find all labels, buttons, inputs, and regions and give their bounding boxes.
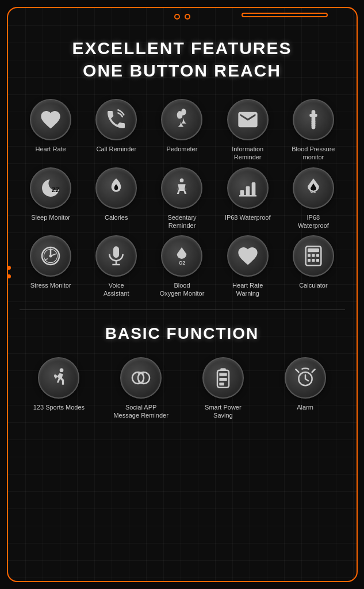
icon-call-reminder bbox=[95, 99, 137, 140]
feature-sports-modes: 123 Sports Modes bbox=[20, 357, 99, 420]
feature-call-reminder: Call Reminder bbox=[85, 99, 148, 162]
side-dot-top bbox=[7, 266, 11, 270]
side-dot-bottom bbox=[7, 274, 11, 278]
feature-calories: Calories bbox=[85, 167, 148, 230]
svg-text:O2: O2 bbox=[179, 260, 185, 266]
label-sleep-monitor: Sleep Monitor bbox=[31, 213, 70, 221]
feature-heart-rate-warning: Heart RateWarning bbox=[216, 235, 279, 298]
icon-calculator bbox=[293, 235, 334, 277]
label-ip68: IP68Waterproof bbox=[298, 213, 329, 230]
section-title-basic: BASIC FUNCTION bbox=[20, 324, 345, 343]
icon-sports-modes bbox=[38, 357, 79, 399]
svg-point-26 bbox=[60, 368, 64, 372]
svg-rect-19 bbox=[308, 248, 319, 253]
label-blood-oxygen: BloodOxygen Monitor bbox=[160, 281, 205, 298]
top-dot-right bbox=[185, 14, 190, 20]
label-pedometer: Pedometer bbox=[167, 145, 198, 153]
icon-ip68: O2 bbox=[293, 167, 334, 209]
feature-blood-pressure: Blood Pressuremonitor bbox=[282, 99, 344, 162]
label-call-reminder: Call Reminder bbox=[96, 145, 136, 153]
label-heart-rate-warning: Heart RateWarning bbox=[232, 281, 263, 298]
feature-pedometer: Pedometer bbox=[151, 99, 213, 162]
feature-info-reminder: InformationReminder bbox=[216, 99, 279, 162]
icon-sleep-monitor: ZZ bbox=[30, 167, 71, 209]
label-sedentary: SedentaryReminder bbox=[167, 213, 196, 230]
icon-stress-monitor bbox=[30, 235, 71, 277]
icon-alarm bbox=[285, 357, 326, 399]
svg-rect-8 bbox=[246, 186, 250, 196]
svg-rect-20 bbox=[308, 254, 311, 257]
icon-blood-pressure bbox=[293, 99, 334, 140]
feature-social-app: Social APPMessage Reminder bbox=[101, 357, 181, 420]
features-grid: Heart Rate Call Reminder bbox=[20, 99, 345, 298]
svg-rect-24 bbox=[312, 259, 315, 262]
top-bar-deco bbox=[242, 13, 328, 17]
svg-point-4 bbox=[312, 110, 315, 113]
divider bbox=[20, 309, 345, 310]
svg-rect-22 bbox=[316, 254, 319, 257]
label-voice-assistant: VoiceAssistant bbox=[104, 281, 129, 298]
side-dots bbox=[7, 266, 11, 278]
svg-rect-25 bbox=[316, 259, 319, 262]
icon-exercise-data bbox=[227, 167, 269, 209]
feature-voice-assistant: VoiceAssistant bbox=[85, 235, 148, 298]
label-stress-monitor: Stress Monitor bbox=[30, 281, 71, 289]
feature-sedentary: SedentaryReminder bbox=[151, 167, 213, 230]
svg-text:O2: O2 bbox=[310, 189, 316, 194]
svg-point-1 bbox=[182, 109, 186, 116]
label-calculator: Calculator bbox=[299, 281, 328, 289]
feature-ip68: O2 IP68Waterproof bbox=[282, 167, 344, 230]
feature-exercise-data: IP68 Waterproof bbox=[216, 167, 279, 230]
basic-features-grid: 123 Sports Modes Social APPMessage Remin… bbox=[20, 357, 345, 420]
svg-rect-33 bbox=[219, 383, 224, 385]
main-frame: EXCELLENT FEATURES ONE BUTTON REACH Hear… bbox=[7, 7, 358, 582]
svg-rect-7 bbox=[240, 190, 244, 196]
label-heart-rate: Heart Rate bbox=[35, 145, 66, 153]
label-power-saving: Smart PowerSaving bbox=[205, 403, 242, 420]
svg-rect-31 bbox=[219, 373, 227, 376]
svg-point-6 bbox=[180, 178, 184, 182]
svg-rect-14 bbox=[113, 247, 119, 258]
label-blood-pressure: Blood Pressuremonitor bbox=[292, 145, 335, 162]
label-calories: Calories bbox=[105, 213, 128, 221]
label-social-app: Social APPMessage Reminder bbox=[113, 403, 168, 420]
feature-alarm: Alarm bbox=[266, 357, 345, 420]
feature-calculator: Calculator bbox=[282, 235, 344, 298]
icon-sedentary bbox=[161, 167, 202, 209]
feature-stress-monitor: Stress Monitor bbox=[20, 235, 82, 298]
label-alarm: Alarm bbox=[297, 403, 313, 411]
svg-rect-21 bbox=[312, 254, 315, 257]
main-title: EXCELLENT FEATURES ONE BUTTON REACH bbox=[20, 37, 345, 82]
svg-rect-30 bbox=[220, 368, 226, 370]
label-sports-modes: 123 Sports Modes bbox=[33, 403, 85, 411]
icon-social-app bbox=[120, 357, 162, 399]
feature-sleep-monitor: ZZ Sleep Monitor bbox=[20, 167, 82, 230]
svg-rect-23 bbox=[308, 259, 311, 262]
svg-rect-32 bbox=[219, 378, 227, 381]
icon-blood-oxygen: O2 bbox=[161, 235, 202, 277]
icon-heart-rate-warning bbox=[227, 235, 269, 277]
feature-blood-oxygen: O2 BloodOxygen Monitor bbox=[151, 235, 213, 298]
svg-point-13 bbox=[49, 255, 52, 258]
icon-calories bbox=[95, 167, 137, 209]
label-info-reminder: InformationReminder bbox=[232, 145, 263, 162]
svg-rect-9 bbox=[251, 182, 255, 196]
icon-pedometer bbox=[161, 99, 202, 140]
feature-heart-rate: Heart Rate bbox=[20, 99, 82, 162]
label-exercise-data: IP68 Waterproof bbox=[225, 213, 271, 221]
svg-rect-3 bbox=[309, 114, 317, 117]
feature-power-saving: Smart PowerSaving bbox=[183, 357, 263, 420]
icon-heart-rate bbox=[30, 99, 71, 140]
icon-info-reminder bbox=[227, 99, 269, 140]
top-dot-left bbox=[174, 14, 180, 20]
svg-text:ZZ: ZZ bbox=[52, 185, 60, 193]
icon-voice-assistant bbox=[95, 235, 137, 277]
icon-power-saving bbox=[202, 357, 244, 399]
